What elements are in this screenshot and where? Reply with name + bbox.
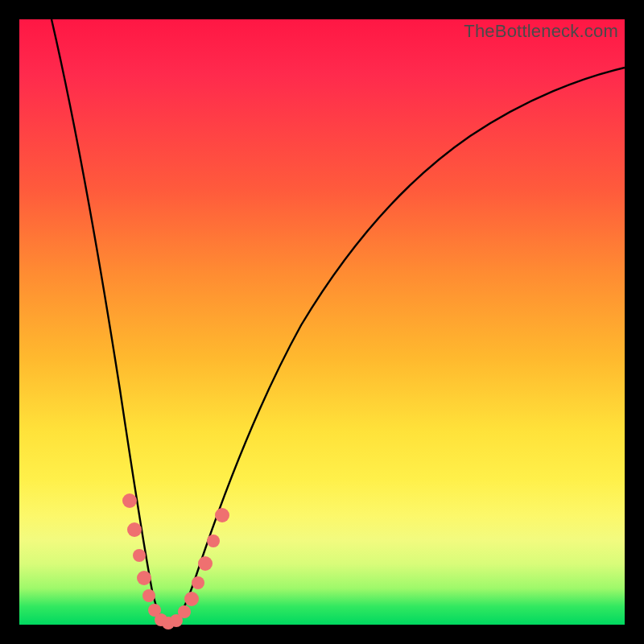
marker-dot: [122, 493, 137, 508]
marker-dot: [178, 605, 191, 618]
marker-dot: [184, 592, 199, 606]
marker-dot: [215, 508, 229, 522]
chart-frame: TheBottleneck.com: [0, 0, 644, 644]
marker-dot: [137, 571, 151, 585]
marker-dot: [192, 576, 204, 589]
marker-dot: [198, 556, 213, 571]
marker-dot: [142, 589, 155, 602]
curve-right-branch: [168, 68, 625, 625]
bottleneck-curve: [19, 19, 625, 625]
curve-left-branch: [52, 19, 168, 625]
marker-dot: [133, 549, 146, 562]
plot-area: TheBottleneck.com: [19, 19, 625, 625]
marker-dot: [127, 522, 142, 537]
marker-dot: [207, 535, 220, 547]
